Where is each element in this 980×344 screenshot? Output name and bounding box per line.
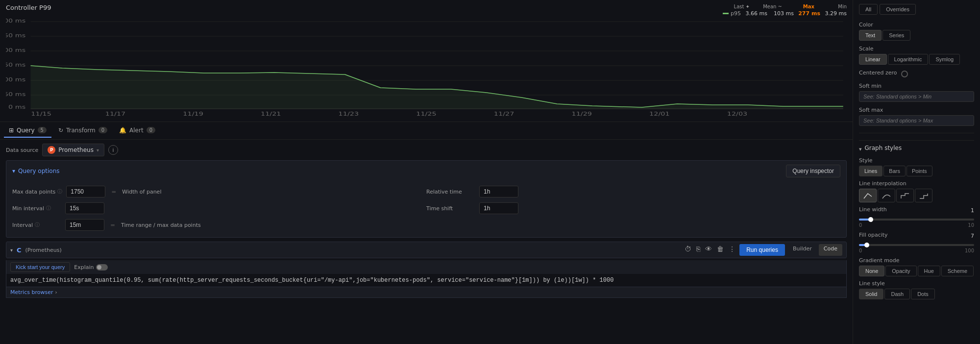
- interval-info-icon: ⓘ: [35, 221, 40, 228]
- line-width-track: [859, 219, 974, 221]
- svg-text:11/23: 11/23: [339, 111, 359, 117]
- max-data-points-input[interactable]: [66, 186, 105, 197]
- graph-styles-collapse[interactable]: ▾ Graph styles: [859, 145, 974, 153]
- query-expression[interactable]: avg_over_time(histogram_quantile(0.95, s…: [6, 274, 847, 287]
- scheme-button[interactable]: Scheme: [941, 266, 974, 276]
- kick-start-button[interactable]: Kick start your query: [10, 262, 70, 272]
- line-width-slider[interactable]: 0 10: [859, 219, 974, 228]
- tab-query-icon: ⊞: [9, 127, 14, 134]
- hue-button[interactable]: Hue: [918, 266, 940, 276]
- overrides-button[interactable]: Overrides: [880, 4, 916, 15]
- series-button[interactable]: Series: [882, 30, 910, 41]
- svg-text:250 ms: 250 ms: [6, 32, 25, 38]
- none-button[interactable]: None: [859, 266, 884, 276]
- chart-area: Controller P99 Last ✦ Mean ~ Max Min p95…: [0, 0, 853, 122]
- query-c-row: ▾ C (Prometheus) ⏱ ⎘ 👁 🗑 ⋮ Run queries B…: [6, 242, 847, 258]
- all-button[interactable]: All: [859, 4, 878, 15]
- soft-min-input[interactable]: [859, 91, 974, 102]
- tab-query[interactable]: ⊞ Query 5: [4, 124, 51, 138]
- run-queries-button[interactable]: Run queries: [739, 244, 785, 256]
- query-c-actions: ⏱ ⎘ 👁 🗑 ⋮ Run queries Builder Code: [684, 244, 842, 256]
- line-width-label: Line width: [859, 206, 887, 213]
- fill-opacity-max: 100: [965, 248, 974, 253]
- fill-opacity-label: Fill opacity: [859, 232, 888, 238]
- legend-header: Last ✦ Mean ~ Max Min: [725, 4, 847, 9]
- linear-button[interactable]: Linear: [859, 54, 887, 65]
- query-c-copy-icon[interactable]: ⎘: [695, 244, 701, 256]
- time-shift-label: Time shift: [426, 205, 475, 212]
- gradient-mode-btns: None Opacity Hue Scheme: [859, 266, 974, 276]
- tab-transform-icon: ↻: [58, 127, 63, 134]
- query-options-header[interactable]: ▾ Query options Query inspector: [6, 161, 846, 181]
- info-button[interactable]: i: [108, 145, 118, 155]
- dash-button[interactable]: Dash: [884, 289, 910, 299]
- interp-smooth-button[interactable]: [878, 189, 895, 202]
- explain-toggle[interactable]: [96, 264, 108, 270]
- interp-linear-button[interactable]: [859, 189, 877, 202]
- soft-max-input[interactable]: [859, 115, 974, 126]
- svg-text:50 ms: 50 ms: [6, 91, 25, 97]
- fill-opacity-slider[interactable]: 0 100: [859, 244, 974, 253]
- query-options-right: Relative time Time shift: [426, 183, 840, 233]
- min-interval-input[interactable]: [65, 202, 104, 214]
- query-c-delete-icon[interactable]: 🗑: [716, 244, 725, 256]
- legend-series-name: p95: [731, 10, 741, 17]
- tab-alert[interactable]: 🔔 Alert 0: [114, 124, 160, 138]
- interp-step-after-button[interactable]: [915, 189, 932, 202]
- opacity-button[interactable]: Opacity: [885, 266, 916, 276]
- query-options-left: Max data points ⓘ = Width of panel Min i…: [12, 183, 426, 233]
- last-label: Last ✦: [725, 4, 750, 9]
- line-interpolation-section: Line interpolation: [859, 180, 974, 202]
- interval-input[interactable]: [65, 219, 104, 231]
- query-c-more-icon[interactable]: ⋮: [728, 244, 736, 256]
- tab-transform[interactable]: ↻ Transform 0: [53, 124, 112, 138]
- right-panel: All Overrides Color Text Series Scale Li…: [853, 0, 980, 344]
- line-width-thumb: [868, 217, 873, 222]
- tab-query-badge: 5: [38, 127, 47, 133]
- svg-text:11/19: 11/19: [183, 111, 203, 117]
- kick-start-row: Kick start your query Explain: [6, 260, 847, 274]
- datasource-row: Data source P Prometheus ▾ i: [6, 144, 847, 156]
- legend-max-val: 277 ms: [796, 10, 820, 17]
- line-width-max: 10: [968, 222, 974, 228]
- line-interpolation-label: Line interpolation: [859, 180, 974, 187]
- builder-code-tabs: Builder Code: [788, 244, 842, 256]
- soft-max-section: Soft max: [859, 107, 974, 126]
- interp-step-before-button[interactable]: [896, 189, 914, 202]
- interval-equals: =: [110, 221, 115, 228]
- query-inspector-button[interactable]: Query inspector: [786, 165, 840, 177]
- dots-button[interactable]: Dots: [911, 289, 935, 299]
- scale-section: Scale Linear Logarithmic Symlog: [859, 46, 974, 65]
- symlog-button[interactable]: Symlog: [929, 54, 960, 65]
- logarithmic-button[interactable]: Logarithmic: [888, 54, 929, 65]
- solid-button[interactable]: Solid: [859, 289, 883, 299]
- query-c-eye-icon[interactable]: 👁: [704, 244, 713, 256]
- text-button[interactable]: Text: [859, 30, 882, 41]
- code-tab[interactable]: Code: [819, 244, 842, 256]
- mean-label: Mean ~: [758, 4, 782, 9]
- line-width-section: Line width 1 0 10: [859, 206, 974, 228]
- builder-tab[interactable]: Builder: [788, 244, 817, 256]
- svg-text:12/01: 12/01: [649, 111, 670, 117]
- bars-button[interactable]: Bars: [883, 166, 906, 176]
- time-shift-input[interactable]: [479, 202, 518, 214]
- metrics-browser-link[interactable]: Metrics browser: [10, 289, 53, 295]
- max-data-points-row: Max data points ⓘ = Width of panel: [12, 183, 426, 200]
- lines-button[interactable]: Lines: [859, 166, 882, 176]
- points-button[interactable]: Points: [906, 166, 932, 176]
- query-c-id[interactable]: C: [17, 246, 22, 254]
- svg-text:300 ms: 300 ms: [6, 18, 25, 24]
- query-c-time-icon[interactable]: ⏱: [684, 244, 692, 256]
- divider-1: [859, 133, 974, 133]
- datasource-select[interactable]: P Prometheus ▾: [42, 144, 104, 156]
- fill-opacity-section: Fill opacity 7 0 100: [859, 232, 974, 253]
- max-label: Max: [790, 4, 814, 9]
- svg-text:150 ms: 150 ms: [6, 62, 25, 68]
- relative-time-input[interactable]: [479, 186, 518, 197]
- svg-text:100 ms: 100 ms: [6, 76, 25, 82]
- style-btn-group: Lines Bars Points: [859, 166, 974, 176]
- prometheus-icon: P: [48, 146, 55, 154]
- centered-zero-radio[interactable]: [901, 71, 908, 77]
- graph-styles-header: Graph styles: [865, 145, 902, 151]
- legend-color-swatch: [723, 13, 729, 14]
